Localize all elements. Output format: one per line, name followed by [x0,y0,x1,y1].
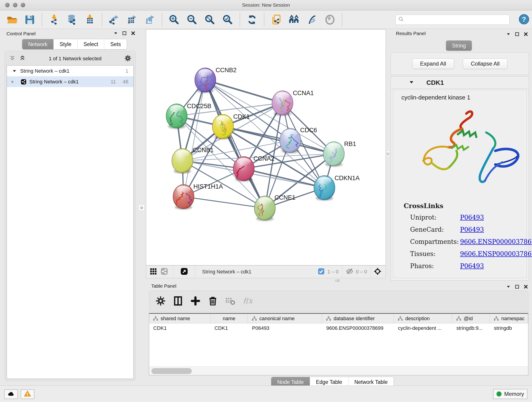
column-header-@id[interactable]: @id [452,314,490,323]
column-header-description[interactable]: description [394,314,452,323]
hidden-elements-icon[interactable] [346,268,354,276]
table-cell[interactable]: CDK1 [210,323,248,333]
node-CDKN1A[interactable]: CDKN1A [314,175,360,201]
tab-sets[interactable]: Sets [104,39,127,49]
save-button[interactable] [24,14,36,26]
collapse-entry-icon[interactable] [391,79,414,86]
home-button[interactable] [288,14,300,26]
fit-selected-icon[interactable] [374,268,383,276]
column-header-namespac[interactable]: namespac [490,314,528,323]
left-splitter-handle[interactable] [139,205,145,211]
zoom-in-button[interactable] [168,14,180,26]
node-CDC6[interactable]: CDC6 [280,127,317,153]
table-panel-float-icon[interactable] [515,284,520,290]
results-panel-close-icon[interactable] [523,32,528,38]
new-network-button[interactable] [108,14,120,26]
selected-nodes-checkbox-icon[interactable] [317,268,325,276]
svg-text:?: ? [522,15,526,23]
search-input[interactable] [404,15,509,25]
import-database-button[interactable] [66,14,78,26]
results-entry-header[interactable]: CDK1 [391,77,529,89]
import-network-button[interactable] [48,14,60,26]
column-header-shared-name[interactable]: shared name [149,314,210,323]
network-view-canvas[interactable]: CCNB2 CCNA1 CDC25B CDK1 CDC6 RB1 CCNB1 [146,29,386,265]
node-CCNB1[interactable]: CCNB1 [172,147,214,173]
expand-all-networks-icon[interactable] [19,55,26,63]
refresh-button[interactable] [246,14,258,26]
node-HIST1H1A[interactable]: HIST1H1A [173,183,223,210]
table-cell[interactable]: CDK1 [149,323,210,333]
collapse-all-networks-icon[interactable] [9,55,16,63]
results-panel-float-icon[interactable] [515,32,520,38]
birdseye-view-icon[interactable] [180,268,188,276]
column-header-database-identifier[interactable]: database identifier [322,314,394,323]
network-view-type-icon[interactable] [160,268,168,276]
show-columns-icon[interactable] [173,296,183,307]
table-options-gear-icon[interactable] [156,296,166,307]
collapse-all-button[interactable]: Collapse All [463,58,507,69]
control-panel: Control Panel NetworkStyleSelectSets 1 o… [2,30,138,382]
network-tree-row[interactable]: String Network – cdk11148 [7,76,133,87]
column-header-name[interactable]: name [210,314,248,323]
right-splitter-handle[interactable] [386,151,389,157]
node-label-HIST1H1A: HIST1H1A [193,183,223,190]
table-cell[interactable]: 9606.ENSP00000378699 [322,323,394,333]
scrollbar-thumb[interactable] [152,368,192,374]
crosslink-link[interactable]: 9606.ENSP00000378699 [460,250,532,257]
zoom-out-button[interactable] [186,14,198,26]
crosslink-link[interactable]: P06493 [460,226,484,233]
help-button[interactable]: ? [519,14,530,25]
node-RB1[interactable]: RB1 [323,140,356,167]
string-network-graph[interactable]: CCNB2 CCNA1 CDC25B CDK1 CDC6 RB1 CCNB1 [146,30,386,265]
table-cell[interactable]: stringdb:9... [452,323,490,333]
status-bar: Memory [0,385,532,402]
hide-display-button[interactable] [306,14,318,26]
column-header-canonical-name[interactable]: canonical name [248,314,322,323]
preview-button[interactable] [324,14,336,26]
table-panel-close-icon[interactable] [523,284,528,290]
table-row[interactable]: CDK1CDK1P064939606.ENSP00000378699cyclin… [149,323,528,333]
add-column-icon[interactable] [190,296,201,307]
control-panel-menu-icon[interactable] [113,31,118,37]
export-image-button[interactable] [144,14,156,26]
search-box[interactable] [395,15,510,25]
network-options-gear-icon[interactable] [124,55,131,63]
tab-string[interactable]: String [446,41,472,51]
memory-button[interactable]: Memory [493,389,527,399]
delete-column-icon[interactable] [208,296,218,307]
table-panel-menu-icon[interactable] [506,284,511,290]
table-cell[interactable]: cyclin-dependent ... [394,323,452,333]
tab-style[interactable]: Style [54,39,77,49]
open-folder-button[interactable] [6,14,18,26]
network-grid-view-icon[interactable] [149,268,157,276]
control-panel-close-icon[interactable] [131,31,136,37]
table-cell[interactable]: stringdb [490,323,528,333]
warnings-button[interactable] [21,389,34,399]
new-table-button[interactable] [126,14,138,26]
document-share-button[interactable] [270,14,282,26]
results-panel-menu-icon[interactable] [506,32,511,38]
node-CCNE1[interactable]: CCNE1 [254,194,296,221]
tab-network[interactable]: Network [22,39,54,49]
crosslink-link[interactable]: 9606.ENSP00000378699 [460,238,532,245]
tab-select[interactable]: Select [78,39,104,49]
node-CCNA1[interactable]: CCNA1 [272,89,314,116]
edge-HIST1H1A-CCNE1[interactable] [184,197,265,208]
bottom-splitter-handle[interactable] [335,279,340,282]
edge-CCNB2-CCNA1[interactable] [205,80,283,103]
cloud-status-button[interactable] [4,389,18,399]
table-cell[interactable]: P06493 [248,323,322,333]
zoom-fit-button[interactable] [204,14,216,26]
edge-CCNB2-HIST1H1A[interactable] [184,80,205,197]
expand-all-button[interactable]: Expand All [412,58,454,69]
tree-expander-icon[interactable] [12,69,17,74]
zoom-fit-icon [204,14,215,25]
node-CCNA2[interactable]: CCNA2 [233,155,274,182]
table-horizontal-scrollbar[interactable] [149,366,528,375]
network-tree-row[interactable]: String Network – cdk11 [7,65,133,76]
crosslink-link[interactable]: P06493 [460,262,484,269]
control-panel-float-icon[interactable] [122,31,127,37]
crosslink-link[interactable]: P06493 [460,214,484,221]
import-table-button[interactable] [84,14,96,26]
zoom-selected-button[interactable] [222,14,234,26]
